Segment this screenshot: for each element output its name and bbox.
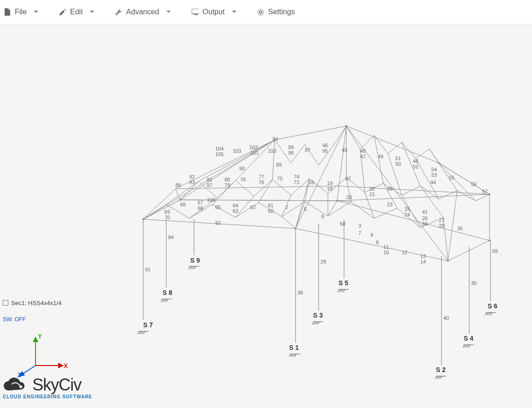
svg-text:28: 28	[439, 223, 444, 228]
svg-text:S 9: S 9	[190, 257, 200, 264]
svg-text:81: 81	[207, 177, 212, 182]
svg-text:18: 18	[327, 186, 332, 192]
gear-icon	[257, 8, 265, 16]
svg-text:61: 61	[268, 203, 273, 208]
monitor-icon	[192, 8, 199, 16]
svg-text:19: 19	[327, 180, 332, 186]
svg-text:35: 35	[457, 226, 463, 231]
logo-tagline: CLOUD ENGINEERING SOFTWARE	[3, 394, 92, 399]
svg-text:62: 62	[250, 204, 256, 210]
svg-point-12	[489, 193, 490, 195]
svg-text:24: 24	[405, 212, 410, 217]
svg-text:78: 78	[240, 177, 246, 182]
menu-file[interactable]: File	[4, 8, 40, 16]
chevron-down-icon	[165, 8, 172, 16]
svg-text:S 6: S 6	[488, 302, 497, 310]
svg-text:97: 97	[305, 147, 310, 153]
svg-point-1	[260, 11, 262, 13]
svg-text:83: 83	[189, 180, 195, 185]
svg-text:75: 75	[277, 176, 283, 181]
logo-brand: SkyCiv	[32, 375, 81, 394]
svg-text:51: 51	[395, 156, 401, 161]
svg-text:S 8: S 8	[163, 289, 172, 296]
svg-line-4	[21, 366, 36, 375]
svg-text:56: 56	[471, 181, 477, 187]
svg-text:84: 84	[168, 234, 174, 240]
svg-text:S 1: S 1	[289, 344, 299, 351]
self-weight-label: SW: OFF	[3, 316, 26, 323]
svg-text:16: 16	[308, 180, 314, 185]
svg-text:S 5: S 5	[339, 279, 348, 287]
svg-text:63: 63	[233, 208, 238, 214]
menu-output[interactable]: Output	[192, 8, 238, 16]
menu-settings[interactable]: Settings	[257, 8, 295, 16]
svg-text:3: 3	[358, 223, 361, 228]
svg-text:30: 30	[471, 280, 477, 286]
svg-text:5: 5	[304, 206, 307, 212]
model-viewport[interactable]: Sec1: HSS4x4x1/4 SW: OFF Y X Z SkyCiv CL…	[0, 24, 532, 408]
svg-text:22: 22	[369, 186, 375, 192]
cloud-icon	[3, 378, 30, 396]
svg-text:103: 103	[233, 148, 241, 154]
svg-text:80: 80	[224, 177, 230, 182]
svg-text:89: 89	[276, 162, 282, 168]
svg-text:99: 99	[288, 144, 294, 150]
svg-text:79: 79	[224, 182, 230, 188]
menu-bar: File Edit Advanced Output Settings	[0, 0, 532, 24]
svg-text:59: 59	[492, 248, 498, 254]
svg-rect-0	[192, 9, 199, 14]
section-swatch	[3, 300, 8, 306]
svg-text:76: 76	[259, 180, 264, 185]
svg-text:10: 10	[383, 250, 389, 255]
svg-text:90: 90	[239, 166, 245, 171]
svg-text:53: 53	[431, 172, 437, 178]
svg-text:70: 70	[164, 215, 170, 220]
svg-text:88: 88	[175, 182, 181, 188]
chevron-down-icon	[88, 8, 96, 16]
svg-text:55: 55	[449, 175, 454, 180]
svg-text:44: 44	[430, 180, 436, 185]
svg-point-9	[336, 200, 338, 202]
svg-text:2: 2	[285, 204, 288, 210]
svg-text:26: 26	[422, 216, 428, 221]
menu-settings-label: Settings	[268, 8, 295, 16]
svg-point-5	[19, 385, 22, 388]
menu-edit-label: Edit	[70, 8, 83, 16]
section-legend-text: Sec1: HSS4x4x1/4	[11, 300, 61, 306]
svg-text:94: 94	[272, 136, 278, 142]
pencil-icon	[59, 8, 66, 16]
svg-text:101: 101	[250, 150, 259, 156]
svg-text:11: 11	[383, 244, 389, 250]
svg-text:91: 91	[145, 267, 151, 272]
menu-edit[interactable]: Edit	[59, 8, 96, 16]
menu-file-label: File	[15, 8, 27, 16]
svg-text:14: 14	[420, 259, 426, 264]
menu-advanced-label: Advanced	[126, 8, 159, 16]
svg-text:6: 6	[321, 214, 324, 219]
svg-text:52: 52	[413, 164, 418, 169]
svg-text:25: 25	[405, 206, 410, 212]
svg-text:29: 29	[320, 259, 326, 264]
svg-text:82: 82	[189, 174, 195, 180]
svg-text:84: 84	[422, 221, 428, 227]
svg-text:13: 13	[420, 253, 426, 259]
svg-text:64: 64	[233, 203, 238, 208]
menu-output-label: Output	[203, 8, 225, 16]
svg-text:96: 96	[322, 143, 328, 148]
svg-text:73: 73	[294, 180, 299, 185]
svg-text:12: 12	[402, 250, 407, 255]
svg-text:7: 7	[358, 230, 361, 236]
svg-text:45: 45	[342, 147, 347, 153]
truss-model[interactable]: S 7 S 8 S 9 S 1 S 3 S 5 S 2 S 4 S 6 91 8…	[120, 98, 499, 394]
svg-point-7	[179, 199, 181, 201]
svg-text:50: 50	[395, 161, 401, 167]
svg-text:S 4: S 4	[464, 335, 473, 342]
svg-text:54: 54	[431, 167, 437, 172]
menu-advanced[interactable]: Advanced	[115, 8, 172, 16]
svg-text:98: 98	[288, 150, 294, 156]
svg-text:20: 20	[346, 194, 352, 200]
axis-y-label: Y	[38, 333, 42, 340]
svg-text:S 3: S 3	[313, 312, 323, 319]
svg-text:105: 105	[215, 151, 224, 157]
svg-text:69: 69	[164, 209, 170, 215]
